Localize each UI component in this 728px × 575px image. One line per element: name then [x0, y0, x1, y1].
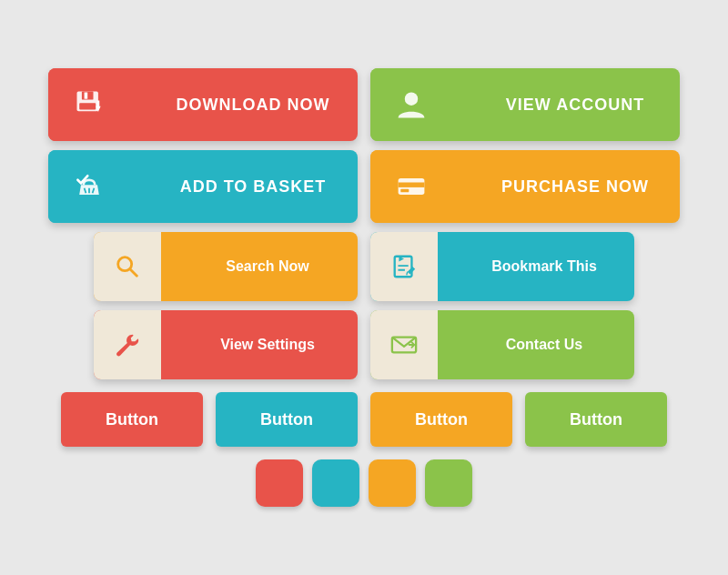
search-now-button[interactable]: Search Now [94, 232, 358, 301]
basket-icon-section [48, 150, 130, 223]
search-now-label: Search Now [161, 258, 358, 275]
search-icon [114, 253, 141, 280]
wrench-icon [114, 331, 141, 358]
small-button-teal-label: Button [260, 410, 313, 429]
row-1: DOWNLOAD NOW VIEW ACCOUNT [36, 68, 692, 141]
download-icon-section [48, 68, 130, 141]
credit-card-icon [395, 170, 428, 203]
svg-line-17 [407, 272, 408, 276]
small-button-teal[interactable]: Button [216, 392, 358, 447]
add-basket-label: ADD TO BASKET [130, 177, 358, 197]
purchase-icon-section [370, 150, 452, 223]
svg-rect-3 [79, 103, 96, 109]
small-button-orange[interactable]: Button [370, 392, 512, 447]
svg-line-13 [130, 269, 137, 277]
row-3: Search Now Bookmark This [36, 232, 692, 301]
contact-us-label: Contact Us [438, 337, 634, 353]
contact-us-text: Contact Us [506, 337, 582, 353]
bookmark-icon-section [370, 232, 438, 301]
small-button-red-label: Button [106, 410, 158, 429]
contact-icon-section [370, 310, 438, 379]
download-now-button[interactable]: DOWNLOAD NOW [48, 68, 358, 141]
download-icon [73, 88, 106, 121]
view-account-icon-section [370, 68, 452, 141]
settings-icon-section [94, 310, 161, 379]
row-2: ADD TO BASKET PURCHASE NOW [36, 150, 692, 223]
download-now-label: DOWNLOAD NOW [130, 96, 358, 115]
row-4: View Settings Contact Us [36, 310, 692, 379]
view-settings-text: View Settings [220, 337, 315, 353]
basket-icon [73, 170, 106, 203]
download-now-text: DOWNLOAD NOW [177, 96, 330, 115]
view-account-button[interactable]: VIEW ACCOUNT [370, 68, 680, 141]
view-account-text: VIEW ACCOUNT [506, 96, 644, 115]
purchase-now-label: PURCHASE NOW [452, 177, 680, 197]
svg-rect-10 [399, 183, 425, 187]
tiny-button-orange[interactable] [369, 459, 416, 507]
add-basket-button[interactable]: ADD TO BASKET [48, 150, 358, 223]
small-button-red[interactable]: Button [61, 392, 203, 447]
main-container: DOWNLOAD NOW VIEW ACCOUNT [18, 50, 710, 525]
tiny-button-green[interactable] [425, 459, 472, 507]
small-button-orange-label: Button [415, 410, 468, 429]
view-account-label: VIEW ACCOUNT [452, 96, 680, 115]
contact-us-button[interactable]: Contact Us [370, 310, 634, 379]
bookmark-this-label: Bookmark This [438, 258, 634, 275]
bookmark-this-text: Bookmark This [491, 258, 597, 275]
small-button-green-label: Button [570, 410, 622, 429]
search-icon-section [94, 232, 161, 301]
svg-point-5 [405, 93, 418, 106]
bookmark-this-button[interactable]: Bookmark This [370, 232, 634, 301]
bookmark-icon [390, 253, 418, 280]
svg-rect-11 [400, 189, 409, 193]
envelope-icon [390, 331, 418, 358]
row-small: Button Button Button Button [36, 392, 692, 447]
row-tiny [36, 459, 692, 507]
svg-rect-4 [97, 101, 100, 108]
view-settings-button[interactable]: View Settings [94, 310, 358, 379]
user-icon [395, 88, 428, 121]
view-settings-label: View Settings [161, 337, 358, 353]
add-basket-text: ADD TO BASKET [180, 177, 327, 197]
tiny-button-teal[interactable] [312, 459, 359, 507]
tiny-button-red[interactable] [256, 459, 303, 507]
search-now-text: Search Now [226, 258, 309, 275]
svg-rect-2 [85, 93, 88, 99]
small-button-green[interactable]: Button [525, 392, 667, 447]
purchase-now-button[interactable]: PURCHASE NOW [370, 150, 680, 223]
purchase-now-text: PURCHASE NOW [501, 177, 649, 197]
